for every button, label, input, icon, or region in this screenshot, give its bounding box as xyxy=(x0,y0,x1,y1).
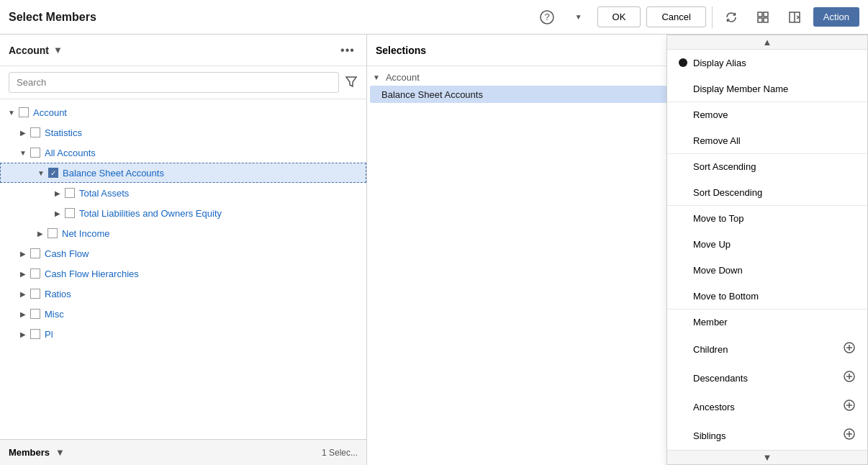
search-input[interactable] xyxy=(9,72,339,93)
expand-misc-icon[interactable]: ▶ xyxy=(17,308,29,320)
tree-item-account[interactable]: ▼ Account xyxy=(0,102,366,122)
move-to-bottom-label: Move to Bottom xyxy=(693,291,856,302)
bottom-bar: Members ▼ 1 Selec... xyxy=(0,439,366,465)
checkbox-total-assets[interactable] xyxy=(65,188,75,198)
expand-balance-sheet-icon[interactable]: ▼ xyxy=(35,167,47,179)
checkbox-all-accounts[interactable] xyxy=(30,148,40,158)
filter-icon[interactable] xyxy=(345,75,358,90)
tree-label-balance-sheet: Balance Sheet Accounts xyxy=(63,168,164,179)
siblings-move-icon xyxy=(843,428,856,443)
display-member-name-label: Display Member Name xyxy=(693,83,856,94)
tree-label-ratios: Ratios xyxy=(45,289,71,299)
help-icon-btn[interactable]: ? xyxy=(534,4,560,30)
menu-item-move-down[interactable]: Move Down xyxy=(667,257,867,283)
menu-item-sort-descending[interactable]: Sort Descending xyxy=(667,179,867,205)
action-button[interactable]: Action xyxy=(813,7,859,27)
checkbox-cash-flow-hier[interactable] xyxy=(30,268,40,279)
cancel-button[interactable]: Cancel xyxy=(646,6,705,27)
checkbox-cash-flow[interactable] xyxy=(30,248,40,258)
panel-icon xyxy=(788,11,801,24)
menu-item-move-to-bottom[interactable]: Move to Bottom xyxy=(667,283,867,309)
tree-item-pl[interactable]: ▶ Pl xyxy=(0,324,366,344)
remove-label: Remove xyxy=(693,109,856,120)
left-panel-dropdown-icon[interactable]: ▼ xyxy=(53,45,63,55)
tree-item-balance-sheet[interactable]: ▼ Balance Sheet Accounts xyxy=(0,163,366,183)
svg-marker-8 xyxy=(346,77,356,86)
expand-statistics-icon[interactable]: ▶ xyxy=(17,127,29,138)
refresh-icon xyxy=(725,11,738,24)
dropdown-arrow-btn[interactable]: ▼ xyxy=(566,4,592,30)
scroll-up-icon: ▲ xyxy=(763,37,772,48)
tree-item-total-liabilities[interactable]: ▶ Total Liabilities and Owners Equity xyxy=(0,203,366,223)
grid-icon-btn[interactable] xyxy=(750,4,776,30)
menu-item-display-alias[interactable]: Display Alias xyxy=(667,50,867,76)
members-dropdown-icon[interactable]: ▼ xyxy=(55,447,65,458)
expand-net-income-icon[interactable]: ▶ xyxy=(35,227,46,239)
checkbox-ratios[interactable] xyxy=(30,289,40,299)
svg-rect-2 xyxy=(758,12,762,17)
menu-item-children[interactable]: Children xyxy=(667,335,867,364)
menu-item-member[interactable]: Member xyxy=(667,309,867,335)
checkbox-total-liabilities[interactable] xyxy=(65,208,75,218)
tree-item-total-assets[interactable]: ▶ Total Assets xyxy=(0,183,366,203)
expand-cash-flow-hier-icon[interactable]: ▶ xyxy=(17,268,29,279)
left-panel-more-btn[interactable]: ••• xyxy=(338,40,358,60)
tree-label-cash-flow-hier: Cash Flow Hierarchies xyxy=(45,268,139,279)
menu-item-sort-ascending[interactable]: Sort Ascending xyxy=(667,153,867,179)
expand-ratios-icon[interactable]: ▶ xyxy=(17,288,29,299)
expand-cash-flow-icon[interactable]: ▶ xyxy=(17,248,29,259)
menu-item-remove-all[interactable]: Remove All xyxy=(667,127,867,153)
left-panel-title: Account xyxy=(9,45,49,56)
checkbox-misc[interactable] xyxy=(30,309,40,319)
tree-item-misc[interactable]: ▶ Misc xyxy=(0,304,366,324)
menu-item-display-member-name[interactable]: Display Member Name xyxy=(667,76,867,101)
help-icon: ? xyxy=(539,9,555,25)
refresh-icon-btn[interactable] xyxy=(718,4,744,30)
menu-item-ancestors[interactable]: Ancestors xyxy=(667,392,867,421)
checkbox-balance-sheet[interactable] xyxy=(48,168,58,178)
checkbox-pl[interactable] xyxy=(30,329,40,339)
tree-label-net-income: Net Income xyxy=(62,228,109,239)
expand-all-accounts-icon[interactable]: ▼ xyxy=(17,147,29,158)
tree-label-cash-flow: Cash Flow xyxy=(45,248,89,259)
left-panel: Account ▼ ••• ▼ Account ▶ xyxy=(0,35,367,465)
expand-account-icon[interactable]: ▼ xyxy=(6,107,17,118)
panel-icon-btn[interactable] xyxy=(782,4,808,30)
menu-item-siblings[interactable]: Siblings xyxy=(667,421,867,450)
children-label: Children xyxy=(693,344,837,355)
sort-descending-label: Sort Descending xyxy=(693,187,856,198)
menu-item-remove[interactable]: Remove xyxy=(667,101,867,127)
descendants-move-icon xyxy=(843,370,856,386)
ok-button[interactable]: OK xyxy=(597,6,641,27)
display-alias-label: Display Alias xyxy=(693,58,856,68)
expand-total-liabilities-icon[interactable]: ▶ xyxy=(52,207,63,219)
sort-ascending-label: Sort Ascending xyxy=(693,161,856,172)
scroll-down-btn[interactable]: ▼ xyxy=(667,450,867,464)
tree-container: ▼ Account ▶ Statistics ▼ All Accounts ▼ … xyxy=(0,99,366,439)
sel-account-expand-icon[interactable]: ▼ xyxy=(373,73,380,81)
checkbox-net-income[interactable] xyxy=(48,228,58,238)
tree-label-account: Account xyxy=(33,107,67,118)
checkbox-account[interactable] xyxy=(19,107,29,117)
checkbox-statistics[interactable] xyxy=(30,127,40,137)
tree-item-ratios[interactable]: ▶ Ratios xyxy=(0,284,366,304)
left-panel-more-icon: ••• xyxy=(340,44,355,57)
tree-item-net-income[interactable]: ▶ Net Income xyxy=(0,223,366,243)
menu-item-descendants[interactable]: Descendants xyxy=(667,364,867,392)
dropdown-arrow-icon: ▼ xyxy=(575,13,582,21)
scroll-up-btn[interactable]: ▲ xyxy=(667,35,867,50)
remove-all-label: Remove All xyxy=(693,135,856,146)
main-content: Account ▼ ••• ▼ Account ▶ xyxy=(0,35,868,465)
tree-item-all-accounts[interactable]: ▼ All Accounts xyxy=(0,143,366,163)
sel-account-label: Account xyxy=(386,72,420,83)
tree-item-cash-flow[interactable]: ▶ Cash Flow xyxy=(0,243,366,263)
tree-item-cash-flow-hier[interactable]: ▶ Cash Flow Hierarchies xyxy=(0,263,366,284)
expand-pl-icon[interactable]: ▶ xyxy=(17,328,29,340)
toolbar-separator xyxy=(712,6,713,28)
menu-item-move-up[interactable]: Move Up xyxy=(667,231,867,257)
svg-text:?: ? xyxy=(544,12,549,22)
menu-item-move-to-top[interactable]: Move to Top xyxy=(667,205,867,231)
member-label: Member xyxy=(693,317,856,328)
expand-total-assets-icon[interactable]: ▶ xyxy=(52,187,63,199)
tree-item-statistics[interactable]: ▶ Statistics xyxy=(0,122,366,143)
